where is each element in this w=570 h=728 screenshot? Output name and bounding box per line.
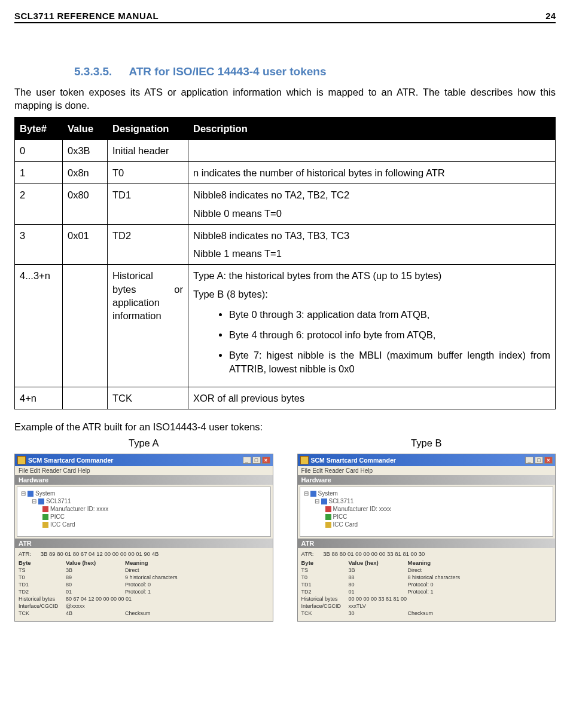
example-label: Example of the ATR built for an ISO14443… bbox=[14, 421, 556, 433]
atr-cell: Historical bytes bbox=[301, 596, 346, 602]
tree-node[interactable]: ICC Card bbox=[50, 521, 75, 528]
atr-cell: xxxTLV bbox=[349, 603, 406, 609]
atr-cell: T0 bbox=[19, 574, 63, 580]
bullet-item: Byte 0 through 3: application data from … bbox=[229, 308, 550, 321]
cell-designation: Historical bytes or application informat… bbox=[108, 265, 188, 387]
tree-node[interactable]: PICC bbox=[333, 513, 348, 521]
minimize-icon[interactable]: _ bbox=[525, 457, 534, 464]
app-icon bbox=[300, 456, 309, 464]
tree-node[interactable]: System bbox=[35, 490, 55, 497]
card-icon bbox=[42, 514, 48, 520]
doc-title: SCL3711 REFERENCE MANUAL bbox=[14, 11, 158, 21]
hardware-tree[interactable]: ⊟ System ⊟ SCL3711 Manufacturer ID: xxxx… bbox=[300, 487, 554, 537]
atr-value: 3B 88 80 01 00 00 00 00 33 81 81 00 30 bbox=[323, 550, 425, 557]
atr-cell: @xxxxx bbox=[66, 603, 123, 609]
maximize-icon[interactable]: □ bbox=[535, 457, 543, 464]
atr-table: Byte# Value Designation Description 0 0x… bbox=[14, 117, 556, 410]
atr-cell: 30 bbox=[349, 610, 406, 616]
column-label-a: Type A bbox=[14, 438, 273, 449]
chip-icon bbox=[325, 506, 331, 512]
atr-cell: 8 historical characters bbox=[408, 574, 552, 580]
hardware-tree[interactable]: ⊟ System ⊟ SCL3711 Manufacturer ID: xxxx… bbox=[17, 487, 271, 537]
cell-value: 0x80 bbox=[63, 184, 108, 225]
atr-cell: 89 bbox=[66, 574, 123, 580]
bullet-item: Byte 7: higest nibble is the MBLI (maxim… bbox=[229, 348, 550, 375]
maximize-icon[interactable]: □ bbox=[252, 457, 261, 464]
close-icon[interactable]: × bbox=[544, 457, 553, 464]
col-meaning: Meaning bbox=[125, 559, 269, 566]
cell-byte: 0 bbox=[15, 139, 63, 161]
computer-icon bbox=[28, 491, 33, 497]
hardware-header: Hardware bbox=[298, 475, 556, 485]
cell-designation: Initial header bbox=[108, 139, 188, 161]
table-row: 3 0x01 TD2 Nibble8 indicates no TA3, TB3… bbox=[15, 224, 556, 265]
section-title: ATR for ISO/IEC 14443-4 user tokens bbox=[129, 65, 326, 78]
tree-node[interactable]: SCL3711 bbox=[46, 497, 71, 505]
tree-node[interactable]: PICC bbox=[50, 513, 65, 521]
desc-line: Nibble 1 means T=1 bbox=[193, 247, 550, 260]
desig-line: or bbox=[174, 283, 183, 296]
cell-description: XOR of all previous bytes bbox=[188, 387, 556, 409]
section-number: 5.3.3.5. bbox=[74, 65, 112, 78]
th-value: Value bbox=[63, 117, 108, 139]
table-row: 4+n TCK XOR of all previous bytes bbox=[15, 387, 556, 409]
atr-cell: Interface/CGCID bbox=[301, 603, 346, 609]
atr-cell bbox=[408, 596, 552, 602]
tree-node[interactable]: Manufacturer ID: xxxx bbox=[333, 505, 391, 513]
atr-cell: Interface/CGCID bbox=[19, 603, 63, 609]
close-icon[interactable]: × bbox=[262, 457, 270, 464]
cell-byte: 3 bbox=[15, 224, 63, 265]
desc-line: Nibble8 indicates no TA3, TB3, TC3 bbox=[193, 229, 550, 242]
cell-designation: T0 bbox=[108, 162, 188, 184]
tree-node[interactable]: System bbox=[318, 490, 338, 497]
intro-text: The user token exposes its ATS or applic… bbox=[14, 85, 556, 112]
card-icon bbox=[325, 522, 331, 528]
desig-line: Historical bbox=[112, 269, 183, 282]
table-row: 2 0x80 TD1 Nibble8 indicates no TA2, TB2… bbox=[15, 184, 556, 225]
desc-line: Nibble 0 means T=0 bbox=[193, 207, 550, 220]
cell-description: Nibble8 indicates no TA3, TB3, TC3 Nibbl… bbox=[188, 224, 556, 265]
atr-cell: 80 bbox=[66, 582, 123, 588]
cell-description bbox=[188, 139, 556, 161]
atr-value: 3B 89 80 01 80 67 04 12 00 00 00 00 01 9… bbox=[41, 550, 159, 557]
window-title: SCM Smartcard Commander bbox=[311, 457, 525, 464]
atr-cell: 3B bbox=[66, 567, 123, 573]
col-byte: Byte bbox=[19, 559, 63, 566]
tree-node[interactable]: SCL3711 bbox=[329, 497, 354, 505]
table-row: 4...3+n Historical bytes or application … bbox=[15, 265, 556, 387]
table-row: 1 0x8n T0 n indicates the number of hist… bbox=[15, 162, 556, 184]
chip-icon bbox=[42, 506, 48, 512]
atr-cell: 80 bbox=[349, 582, 406, 588]
cell-designation: TD1 bbox=[108, 184, 188, 225]
atr-cell: 88 bbox=[349, 574, 406, 580]
atr-cell: Direct bbox=[408, 567, 552, 573]
tree-node[interactable]: Manufacturer ID: xxxx bbox=[50, 505, 108, 513]
cell-value bbox=[63, 265, 108, 387]
tree-node[interactable]: ICC Card bbox=[333, 521, 358, 528]
atr-cell: TD1 bbox=[19, 582, 63, 588]
atr-cell: Checksum bbox=[125, 610, 269, 616]
minimize-icon[interactable]: _ bbox=[243, 457, 251, 464]
atr-cell: 3B bbox=[349, 567, 406, 573]
atr-cell: TD1 bbox=[301, 582, 346, 588]
menu-bar[interactable]: File Edit Reader Card Help bbox=[15, 466, 273, 475]
atr-cell: TCK bbox=[19, 610, 63, 616]
atr-cell bbox=[125, 603, 269, 609]
card-icon bbox=[325, 514, 331, 520]
atr-cell: 4B bbox=[66, 610, 123, 616]
app-icon bbox=[17, 456, 26, 464]
cell-designation: TD2 bbox=[108, 224, 188, 265]
menu-bar[interactable]: File Edit Reader Card Help bbox=[298, 466, 556, 475]
desig-line: bytes bbox=[112, 283, 136, 296]
atr-cell: 00 00 00 00 33 81 81 00 bbox=[349, 596, 406, 602]
desig-line: information bbox=[112, 309, 183, 322]
cell-description: n indicates the number of historical byt… bbox=[188, 162, 556, 184]
col-meaning: Meaning bbox=[408, 559, 552, 566]
atr-cell: TD2 bbox=[301, 589, 346, 595]
atr-cell bbox=[125, 596, 269, 602]
screenshot-window-a: SCM Smartcard Commander _ □ × File Edit … bbox=[14, 454, 273, 622]
section-heading: 5.3.3.5.ATR for ISO/IEC 14443-4 user tok… bbox=[74, 65, 556, 78]
page-number: 24 bbox=[545, 11, 556, 21]
atr-header: ATR bbox=[298, 539, 556, 548]
card-icon bbox=[42, 522, 48, 528]
